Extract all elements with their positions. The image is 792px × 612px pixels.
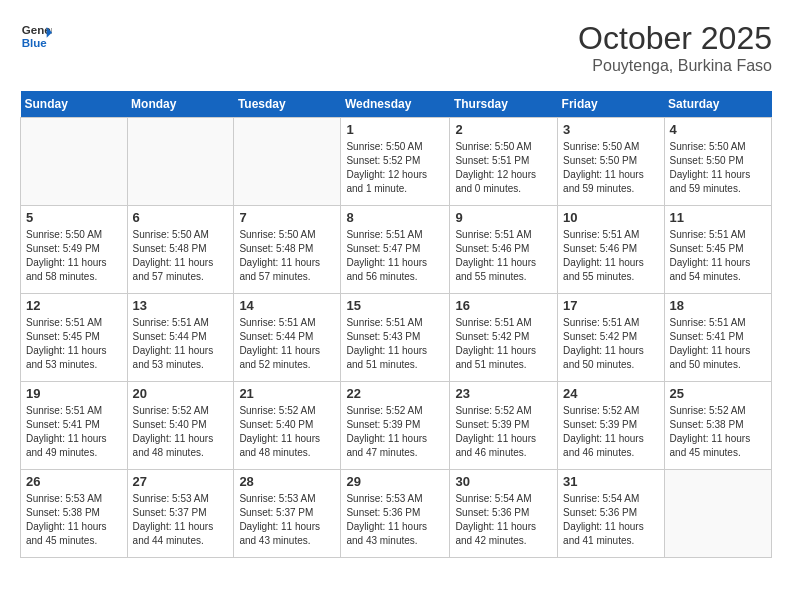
day-number: 28 — [239, 474, 335, 489]
day-info: Sunrise: 5:53 AMSunset: 5:37 PMDaylight:… — [133, 492, 229, 548]
day-info: Sunrise: 5:52 AMSunset: 5:39 PMDaylight:… — [563, 404, 658, 460]
day-number: 30 — [455, 474, 552, 489]
calendar-cell: 16Sunrise: 5:51 AMSunset: 5:42 PMDayligh… — [450, 294, 558, 382]
calendar-cell: 2Sunrise: 5:50 AMSunset: 5:51 PMDaylight… — [450, 118, 558, 206]
day-info: Sunrise: 5:52 AMSunset: 5:39 PMDaylight:… — [455, 404, 552, 460]
calendar-table: SundayMondayTuesdayWednesdayThursdayFrid… — [20, 91, 772, 558]
day-number: 26 — [26, 474, 122, 489]
calendar-week-row: 5Sunrise: 5:50 AMSunset: 5:49 PMDaylight… — [21, 206, 772, 294]
day-number: 7 — [239, 210, 335, 225]
day-number: 3 — [563, 122, 658, 137]
calendar-cell: 17Sunrise: 5:51 AMSunset: 5:42 PMDayligh… — [558, 294, 664, 382]
day-number: 9 — [455, 210, 552, 225]
day-number: 27 — [133, 474, 229, 489]
calendar-cell: 3Sunrise: 5:50 AMSunset: 5:50 PMDaylight… — [558, 118, 664, 206]
calendar-cell: 9Sunrise: 5:51 AMSunset: 5:46 PMDaylight… — [450, 206, 558, 294]
day-number: 17 — [563, 298, 658, 313]
calendar-body: 1Sunrise: 5:50 AMSunset: 5:52 PMDaylight… — [21, 118, 772, 558]
calendar-cell: 19Sunrise: 5:51 AMSunset: 5:41 PMDayligh… — [21, 382, 128, 470]
calendar-cell: 25Sunrise: 5:52 AMSunset: 5:38 PMDayligh… — [664, 382, 771, 470]
calendar-cell: 11Sunrise: 5:51 AMSunset: 5:45 PMDayligh… — [664, 206, 771, 294]
calendar-cell: 26Sunrise: 5:53 AMSunset: 5:38 PMDayligh… — [21, 470, 128, 558]
weekday-header-friday: Friday — [558, 91, 664, 118]
calendar-week-row: 19Sunrise: 5:51 AMSunset: 5:41 PMDayligh… — [21, 382, 772, 470]
day-info: Sunrise: 5:52 AMSunset: 5:38 PMDaylight:… — [670, 404, 766, 460]
day-info: Sunrise: 5:50 AMSunset: 5:49 PMDaylight:… — [26, 228, 122, 284]
page-header: General Blue October 2025 Pouytenga, Bur… — [20, 20, 772, 75]
calendar-cell — [21, 118, 128, 206]
calendar-cell — [664, 470, 771, 558]
calendar-week-row: 1Sunrise: 5:50 AMSunset: 5:52 PMDaylight… — [21, 118, 772, 206]
day-number: 12 — [26, 298, 122, 313]
calendar-header-row: SundayMondayTuesdayWednesdayThursdayFrid… — [21, 91, 772, 118]
day-number: 15 — [346, 298, 444, 313]
day-info: Sunrise: 5:51 AMSunset: 5:46 PMDaylight:… — [455, 228, 552, 284]
calendar-week-row: 26Sunrise: 5:53 AMSunset: 5:38 PMDayligh… — [21, 470, 772, 558]
calendar-cell: 24Sunrise: 5:52 AMSunset: 5:39 PMDayligh… — [558, 382, 664, 470]
day-info: Sunrise: 5:50 AMSunset: 5:50 PMDaylight:… — [563, 140, 658, 196]
day-info: Sunrise: 5:54 AMSunset: 5:36 PMDaylight:… — [563, 492, 658, 548]
day-number: 31 — [563, 474, 658, 489]
day-info: Sunrise: 5:51 AMSunset: 5:47 PMDaylight:… — [346, 228, 444, 284]
day-info: Sunrise: 5:50 AMSunset: 5:52 PMDaylight:… — [346, 140, 444, 196]
calendar-cell: 28Sunrise: 5:53 AMSunset: 5:37 PMDayligh… — [234, 470, 341, 558]
calendar-cell: 27Sunrise: 5:53 AMSunset: 5:37 PMDayligh… — [127, 470, 234, 558]
day-info: Sunrise: 5:52 AMSunset: 5:40 PMDaylight:… — [133, 404, 229, 460]
calendar-week-row: 12Sunrise: 5:51 AMSunset: 5:45 PMDayligh… — [21, 294, 772, 382]
svg-text:Blue: Blue — [22, 37, 48, 49]
calendar-cell: 31Sunrise: 5:54 AMSunset: 5:36 PMDayligh… — [558, 470, 664, 558]
day-number: 5 — [26, 210, 122, 225]
day-info: Sunrise: 5:51 AMSunset: 5:42 PMDaylight:… — [455, 316, 552, 372]
calendar-cell: 8Sunrise: 5:51 AMSunset: 5:47 PMDaylight… — [341, 206, 450, 294]
calendar-cell: 21Sunrise: 5:52 AMSunset: 5:40 PMDayligh… — [234, 382, 341, 470]
weekday-header-thursday: Thursday — [450, 91, 558, 118]
calendar-cell: 20Sunrise: 5:52 AMSunset: 5:40 PMDayligh… — [127, 382, 234, 470]
day-number: 10 — [563, 210, 658, 225]
day-info: Sunrise: 5:51 AMSunset: 5:46 PMDaylight:… — [563, 228, 658, 284]
day-number: 19 — [26, 386, 122, 401]
calendar-cell: 4Sunrise: 5:50 AMSunset: 5:50 PMDaylight… — [664, 118, 771, 206]
day-number: 8 — [346, 210, 444, 225]
day-info: Sunrise: 5:53 AMSunset: 5:37 PMDaylight:… — [239, 492, 335, 548]
day-number: 25 — [670, 386, 766, 401]
calendar-cell: 18Sunrise: 5:51 AMSunset: 5:41 PMDayligh… — [664, 294, 771, 382]
calendar-cell: 30Sunrise: 5:54 AMSunset: 5:36 PMDayligh… — [450, 470, 558, 558]
day-number: 2 — [455, 122, 552, 137]
month-title: October 2025 — [578, 20, 772, 57]
day-number: 13 — [133, 298, 229, 313]
day-info: Sunrise: 5:52 AMSunset: 5:40 PMDaylight:… — [239, 404, 335, 460]
weekday-header-tuesday: Tuesday — [234, 91, 341, 118]
day-info: Sunrise: 5:50 AMSunset: 5:48 PMDaylight:… — [133, 228, 229, 284]
day-info: Sunrise: 5:53 AMSunset: 5:38 PMDaylight:… — [26, 492, 122, 548]
calendar-cell: 6Sunrise: 5:50 AMSunset: 5:48 PMDaylight… — [127, 206, 234, 294]
day-number: 4 — [670, 122, 766, 137]
day-info: Sunrise: 5:51 AMSunset: 5:45 PMDaylight:… — [26, 316, 122, 372]
day-number: 18 — [670, 298, 766, 313]
logo: General Blue — [20, 20, 52, 52]
day-info: Sunrise: 5:50 AMSunset: 5:50 PMDaylight:… — [670, 140, 766, 196]
day-info: Sunrise: 5:51 AMSunset: 5:41 PMDaylight:… — [26, 404, 122, 460]
day-info: Sunrise: 5:51 AMSunset: 5:44 PMDaylight:… — [239, 316, 335, 372]
calendar-cell: 12Sunrise: 5:51 AMSunset: 5:45 PMDayligh… — [21, 294, 128, 382]
day-number: 22 — [346, 386, 444, 401]
calendar-cell: 5Sunrise: 5:50 AMSunset: 5:49 PMDaylight… — [21, 206, 128, 294]
weekday-header-wednesday: Wednesday — [341, 91, 450, 118]
day-info: Sunrise: 5:51 AMSunset: 5:43 PMDaylight:… — [346, 316, 444, 372]
calendar-cell — [127, 118, 234, 206]
day-info: Sunrise: 5:53 AMSunset: 5:36 PMDaylight:… — [346, 492, 444, 548]
day-number: 16 — [455, 298, 552, 313]
calendar-cell: 23Sunrise: 5:52 AMSunset: 5:39 PMDayligh… — [450, 382, 558, 470]
day-number: 6 — [133, 210, 229, 225]
day-number: 11 — [670, 210, 766, 225]
weekday-header-monday: Monday — [127, 91, 234, 118]
title-block: October 2025 Pouytenga, Burkina Faso — [578, 20, 772, 75]
day-info: Sunrise: 5:50 AMSunset: 5:48 PMDaylight:… — [239, 228, 335, 284]
logo-icon: General Blue — [20, 20, 52, 52]
weekday-header-sunday: Sunday — [21, 91, 128, 118]
day-info: Sunrise: 5:54 AMSunset: 5:36 PMDaylight:… — [455, 492, 552, 548]
day-info: Sunrise: 5:50 AMSunset: 5:51 PMDaylight:… — [455, 140, 552, 196]
day-number: 21 — [239, 386, 335, 401]
calendar-cell: 15Sunrise: 5:51 AMSunset: 5:43 PMDayligh… — [341, 294, 450, 382]
day-number: 1 — [346, 122, 444, 137]
day-number: 20 — [133, 386, 229, 401]
